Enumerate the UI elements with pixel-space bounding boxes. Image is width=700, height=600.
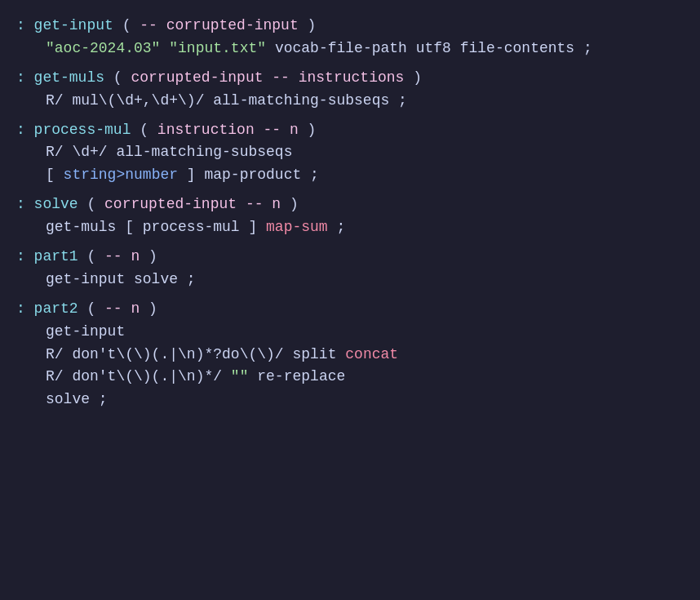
bracket-open: [ — [46, 164, 64, 187]
stack-out-n3: n — [131, 246, 140, 269]
solve-semi: ; — [328, 216, 346, 239]
body-part2-2: R/ don't\(\)(.|\n)*?do\(\)/ split concat — [16, 344, 684, 367]
body-process-mul-2: [ string>number ] map-product ; — [16, 164, 684, 187]
empty-string: "" — [231, 366, 249, 389]
regex-part2-1: R/ don't\(\)(.| — [46, 344, 178, 367]
space — [113, 15, 122, 38]
word-name-get-input: get-input — [34, 15, 113, 38]
body-part2-3: R/ don't\(\)(.|\n)*/ "" re-replace — [16, 366, 684, 389]
regex-part2-2: R/ don't\(\)(.| — [46, 366, 178, 389]
colon-symbol: : — [16, 15, 34, 38]
regex-get-muls: R/ mul\(\d+,\d+\)/ all-matching-subseqs … — [46, 90, 407, 113]
regex-process-mul: R/ \d+/ all-matching-subseqs — [46, 141, 292, 164]
colon-symbol-2: : — [16, 67, 34, 90]
stack-in-corrupted: corrupted-input — [131, 67, 263, 90]
word-name-part2: part2 — [34, 298, 78, 321]
newline-escape-1: \n — [178, 344, 196, 367]
section-part1: : part1 ( -- n ) get-input solve ; — [16, 246, 684, 291]
def-line-part1: : part1 ( -- n ) — [16, 246, 684, 269]
colon-symbol-5: : — [16, 246, 34, 269]
map-sum-word: map-sum — [266, 216, 328, 239]
paren-close-4: ) — [281, 193, 299, 216]
stack-sep-2: -- — [272, 67, 290, 90]
body-solve-1: get-muls [ process-mul ] map-sum ; — [16, 216, 684, 239]
code-editor: : get-input ( -- corrupted-input ) "aoc-… — [16, 15, 684, 411]
string-input-txt: "input.txt" — [169, 38, 266, 60]
paren-open-3: ( — [140, 119, 157, 142]
part2-get-input: get-input — [46, 321, 125, 344]
regex-part2-2b: )*/ — [196, 366, 231, 389]
section-process-mul: : process-mul ( instruction -- n ) R/ \d… — [16, 119, 684, 188]
space2 — [157, 15, 166, 38]
part1-body: get-input solve ; — [46, 269, 196, 291]
paren-open-4: ( — [86, 193, 104, 216]
colon-symbol-4: : — [16, 193, 34, 216]
string-number-word: string>number — [64, 164, 178, 187]
paren-close-5: ) — [140, 246, 157, 269]
stack-out-n4: n — [131, 298, 140, 321]
body-part2-4: solve ; — [16, 389, 684, 411]
sp2 — [255, 119, 264, 142]
word-name-get-muls: get-muls — [34, 67, 104, 90]
word-name-solve: solve — [34, 193, 78, 216]
stack-in-corrupted-2: corrupted-input — [104, 193, 237, 216]
colon-symbol-3: : — [16, 119, 34, 142]
section-part2: : part2 ( -- n ) get-input R/ don't\(\)(… — [16, 298, 684, 411]
paren-close-3: ) — [299, 119, 317, 142]
re-replace: re-replace — [248, 366, 345, 389]
sp2 — [122, 246, 131, 269]
section-get-muls: : get-muls ( corrupted-input -- instruct… — [16, 67, 684, 113]
sp — [78, 193, 87, 216]
stack-out-n2: n — [272, 193, 281, 216]
stack-out-instructions: instructions — [299, 67, 405, 90]
sp2 — [263, 67, 272, 90]
sp2 — [237, 193, 246, 216]
paren-close: ) — [299, 15, 317, 38]
word-name-part1: part1 — [34, 246, 78, 269]
def-line-solve: : solve ( corrupted-input -- n ) — [16, 193, 684, 216]
stack-sep-3: -- — [264, 119, 281, 142]
paren-open-5: ( — [86, 246, 104, 269]
regex-part2-1b: )*?do\(\)/ split — [196, 344, 346, 367]
newline-escape-2: \n — [178, 366, 196, 389]
sp3 — [264, 193, 272, 216]
part2-solve: solve ; — [46, 389, 108, 411]
def-line-process-mul: : process-mul ( instruction -- n ) — [16, 119, 684, 142]
rest: vocab-file-path utf8 file-contents ; — [266, 38, 592, 60]
def-line-get-input: : get-input ( -- corrupted-input ) — [16, 15, 684, 38]
body-get-muls-1: R/ mul\(\d+,\d+\)/ all-matching-subseqs … — [16, 90, 684, 113]
bracket-close: ] map-product ; — [178, 164, 319, 187]
stack-out-n: n — [290, 119, 299, 142]
body-process-mul-1: R/ \d+/ all-matching-subseqs — [16, 141, 684, 164]
body-get-input-1: "aoc-2024.03" "input.txt" vocab-file-pat… — [16, 38, 684, 60]
stack-out-corrupted: corrupted-input — [166, 15, 299, 38]
sp — [78, 246, 87, 269]
sp — [104, 67, 113, 90]
body-part1-1: get-input solve ; — [16, 269, 684, 291]
sp3 — [290, 67, 299, 90]
paren-close-6: ) — [140, 298, 157, 321]
stack-sep-4: -- — [246, 193, 264, 216]
concat-word: concat — [345, 344, 398, 367]
stack-sep-6: -- — [104, 298, 122, 321]
sp — [160, 38, 169, 60]
sp — [78, 298, 87, 321]
paren-open-6: ( — [86, 298, 104, 321]
sp2 — [122, 298, 131, 321]
stack-sep-5: -- — [104, 246, 122, 269]
string-aoc: "aoc-2024.03" — [46, 38, 160, 60]
sp3 — [281, 119, 290, 142]
solve-body: get-muls [ process-mul ] — [46, 216, 266, 239]
body-part2-1: get-input — [16, 321, 684, 344]
colon-symbol-6: : — [16, 298, 34, 321]
paren-close-2: ) — [404, 67, 422, 90]
section-get-input: : get-input ( -- corrupted-input ) "aoc-… — [16, 15, 684, 60]
section-solve: : solve ( corrupted-input -- n ) get-mul… — [16, 193, 684, 239]
word-name-process-mul: process-mul — [34, 119, 131, 142]
sp — [131, 119, 140, 142]
paren-open-2: ( — [113, 67, 131, 90]
stack-in-instruction: instruction — [157, 119, 255, 142]
def-line-part2: : part2 ( -- n ) — [16, 298, 684, 321]
def-line-get-muls: : get-muls ( corrupted-input -- instruct… — [16, 67, 684, 90]
stack-sep: -- — [140, 15, 157, 38]
